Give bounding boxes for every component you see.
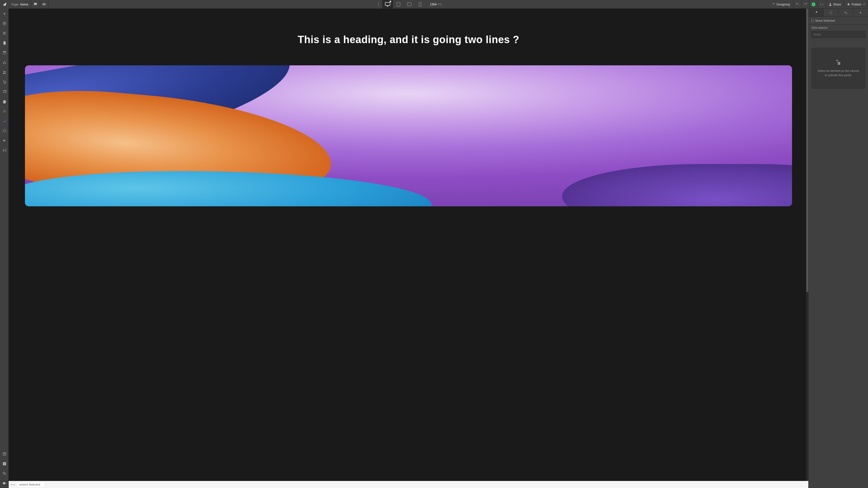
breakpoint-controls: 1304 PX bbox=[375, 0, 442, 8]
canvas-image[interactable] bbox=[25, 65, 792, 206]
webflow-logo[interactable] bbox=[0, 0, 9, 9]
interactions-tab[interactable] bbox=[854, 9, 868, 17]
breakpoint-tablet-landscape[interactable] bbox=[404, 0, 415, 9]
desktop-icon bbox=[385, 2, 390, 6]
designing-label: Designing bbox=[777, 3, 790, 6]
cms-button[interactable] bbox=[0, 48, 9, 58]
svg-text:F: F bbox=[4, 150, 5, 151]
viewport-width-unit: PX bbox=[438, 3, 442, 6]
svg-point-16 bbox=[5, 71, 5, 72]
svg-point-23 bbox=[3, 472, 5, 474]
bottom-dots-icon[interactable]: ••• bbox=[11, 483, 16, 486]
svg-rect-22 bbox=[3, 462, 6, 465]
style-selector-input[interactable]: None bbox=[811, 31, 865, 38]
brackets-f-icon: F bbox=[2, 148, 6, 152]
navigator-button[interactable] bbox=[0, 19, 9, 28]
page-label: Page: bbox=[11, 3, 19, 6]
flow-icon bbox=[2, 119, 6, 123]
breakpoint-menu-button[interactable] bbox=[375, 0, 382, 8]
settings-tab[interactable] bbox=[824, 9, 838, 17]
drops-icon bbox=[844, 10, 848, 15]
svg-point-25 bbox=[830, 12, 831, 13]
scrollbar-thumb[interactable] bbox=[806, 9, 808, 292]
nav-list-icon bbox=[2, 31, 6, 35]
breakpoint-tablet[interactable] bbox=[393, 0, 404, 9]
share-button[interactable]: Share bbox=[826, 0, 844, 8]
svg-point-15 bbox=[3, 71, 4, 72]
video-button[interactable] bbox=[0, 478, 9, 488]
left-sidebar: F bbox=[0, 9, 9, 488]
add-elements-button[interactable] bbox=[0, 9, 9, 19]
svg-point-14 bbox=[5, 63, 6, 64]
check-icon bbox=[2, 462, 6, 466]
topbar-right: Designing Share Publish ▾ bbox=[768, 0, 868, 8]
plus-icon bbox=[2, 12, 6, 16]
svg-rect-3 bbox=[385, 2, 390, 5]
users-panel-button[interactable] bbox=[0, 67, 9, 77]
undo-button[interactable] bbox=[794, 0, 802, 9]
pages-panel-button[interactable] bbox=[0, 38, 9, 48]
page-icon bbox=[2, 41, 6, 45]
svg-point-17 bbox=[4, 83, 4, 84]
page-selector[interactable]: Page: Home bbox=[9, 0, 31, 8]
preview-button[interactable] bbox=[40, 0, 49, 9]
webflow-icon bbox=[2, 2, 7, 7]
tablet-icon bbox=[397, 2, 400, 6]
variables-button[interactable]: F bbox=[0, 145, 9, 155]
ecommerce-button[interactable] bbox=[0, 77, 9, 87]
layers-icon bbox=[2, 90, 6, 94]
selection-indicator: None Selected bbox=[809, 17, 868, 25]
comment-icon bbox=[33, 2, 37, 6]
users-button[interactable] bbox=[0, 58, 9, 67]
selection-text: None Selected bbox=[815, 19, 835, 22]
cube-icon bbox=[2, 22, 6, 26]
integrations-button[interactable] bbox=[0, 116, 9, 126]
scrollbar[interactable] bbox=[806, 9, 808, 481]
bottom-bar: ••• ement Selected bbox=[9, 481, 808, 488]
breadcrumb-tab[interactable]: ement Selected bbox=[18, 482, 44, 487]
search-button[interactable] bbox=[0, 468, 9, 478]
svg-rect-24 bbox=[3, 482, 5, 484]
audit-button[interactable] bbox=[0, 459, 9, 468]
top-bar: Page: Home 1304 PX bbox=[0, 0, 868, 9]
people-icon bbox=[2, 70, 6, 74]
viewport-width-display[interactable]: 1304 PX bbox=[430, 3, 442, 6]
apps-button[interactable] bbox=[0, 97, 9, 106]
svg-point-1 bbox=[378, 4, 379, 5]
designing-mode-button[interactable]: Designing bbox=[768, 0, 794, 8]
svg-rect-6 bbox=[419, 2, 421, 6]
effects-tab[interactable] bbox=[838, 9, 854, 17]
breakpoint-mobile[interactable] bbox=[415, 0, 426, 9]
svg-point-13 bbox=[3, 63, 4, 64]
brush-icon bbox=[771, 2, 775, 6]
status-indicator[interactable] bbox=[810, 0, 818, 9]
redo-icon bbox=[803, 2, 807, 6]
pages-button[interactable] bbox=[0, 28, 9, 38]
puzzle-icon bbox=[2, 99, 6, 104]
selection-square-icon bbox=[811, 20, 814, 22]
comments-button[interactable] bbox=[31, 0, 40, 9]
person-icon bbox=[829, 3, 832, 6]
breakpoint-desktop[interactable] bbox=[382, 0, 393, 9]
canvas-heading[interactable]: This is a heading, and it is going two l… bbox=[9, 33, 808, 46]
sitemap-icon bbox=[2, 61, 6, 65]
svg-point-7 bbox=[830, 3, 831, 4]
gear-icon bbox=[2, 109, 6, 113]
gear-icon bbox=[829, 10, 833, 15]
publish-button[interactable]: Publish ▾ bbox=[844, 0, 868, 8]
help-button[interactable] bbox=[0, 449, 9, 459]
right-panel: None Selected Style selector None Select… bbox=[808, 9, 868, 488]
page-name: Home bbox=[20, 3, 28, 6]
components-button[interactable] bbox=[0, 126, 9, 135]
code-button[interactable] bbox=[818, 0, 826, 9]
settings-button[interactable] bbox=[0, 106, 9, 116]
undo-icon bbox=[795, 2, 799, 6]
eye-icon bbox=[42, 2, 46, 6]
canvas[interactable]: This is a heading, and it is going two l… bbox=[9, 9, 808, 481]
style-panel-empty-state: Select an element on the canvas to activ… bbox=[811, 48, 865, 89]
redo-button[interactable] bbox=[802, 0, 810, 9]
logic-button[interactable] bbox=[0, 135, 9, 145]
assets-button[interactable] bbox=[0, 87, 9, 97]
style-tab[interactable] bbox=[809, 9, 824, 17]
video-icon bbox=[2, 481, 6, 485]
